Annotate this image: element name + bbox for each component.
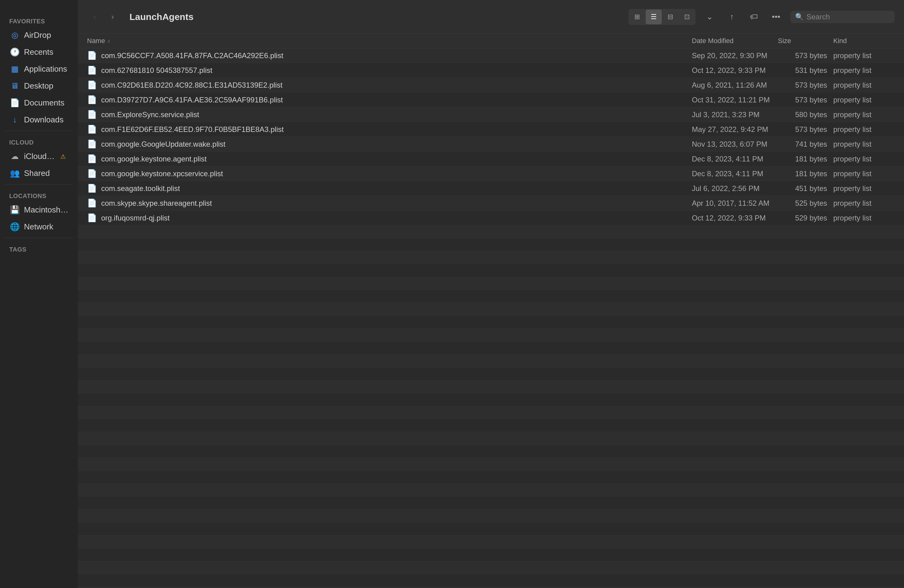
sort-icon: ∧ — [107, 38, 111, 44]
file-name: com.google.keystone.xpcservice.plist — [101, 169, 223, 178]
empty-row — [78, 290, 904, 303]
header-kind[interactable]: Kind — [833, 37, 895, 45]
toolbar-title: LaunchAgents — [130, 12, 193, 22]
table-row[interactable]: 📄 com.D39727D7.A9C6.41FA.AE36.2C59AAF991… — [78, 93, 904, 107]
empty-row — [78, 523, 904, 536]
sidebar-item-recents-label: Recents — [24, 47, 53, 57]
empty-row — [78, 510, 904, 523]
file-size: 741 bytes — [778, 140, 833, 149]
forward-button[interactable]: › — [105, 9, 120, 25]
view-list-button[interactable]: ☰ — [646, 9, 662, 24]
file-size: 573 bytes — [778, 81, 833, 90]
sidebar: Favorites ◎ AirDrop 🕐 Recents ▦ Applicat… — [0, 0, 78, 588]
file-kind: property list — [833, 51, 895, 60]
file-name-cell: 📄 com.google.keystone.agent.plist — [87, 154, 692, 164]
sidebar-item-network[interactable]: 🌐 Network — [2, 219, 75, 235]
empty-rows — [78, 225, 904, 588]
sidebar-divider-2 — [5, 184, 73, 185]
toolbar: ‹ › LaunchAgents ⊞ ☰ ⊟ ⊡ ⌄ — [78, 0, 904, 34]
table-row[interactable]: 📄 com.627681810 5045387557.plist Oct 12,… — [78, 63, 904, 78]
share-button[interactable]: ↑ — [724, 9, 740, 25]
sidebar-item-downloads[interactable]: ↓ Downloads — [2, 112, 75, 128]
empty-row — [78, 548, 904, 561]
empty-row — [78, 432, 904, 445]
more-actions-button[interactable]: ••• — [768, 9, 784, 25]
file-icon: 📄 — [87, 95, 97, 104]
header-size[interactable]: Size — [778, 37, 833, 45]
column-view-icon: ⊟ — [667, 13, 673, 21]
file-date: Dec 8, 2023, 4:11 PM — [692, 169, 778, 178]
shared-icon: 👥 — [10, 169, 20, 178]
empty-row — [78, 394, 904, 406]
share-icon: ↑ — [730, 12, 734, 22]
sidebar-item-icloud[interactable]: ☁ iCloud… ⚠ — [2, 148, 75, 164]
sidebar-item-desktop[interactable]: 🖥 Desktop — [2, 78, 75, 94]
file-size: 529 bytes — [778, 214, 833, 222]
airdrop-icon: ◎ — [10, 30, 20, 40]
table-row[interactable]: 📄 com.google.keystone.agent.plist Dec 8,… — [78, 152, 904, 166]
file-name: com.C92D61E8.D220.4C92.88C1.E31AD53139E2… — [101, 81, 283, 90]
file-name-cell: 📄 com.D39727D7.A9C6.41FA.AE36.2C59AAF991… — [87, 95, 692, 104]
table-row[interactable]: 📄 com.C92D61E8.D220.4C92.88C1.E31AD53139… — [78, 78, 904, 93]
table-row[interactable]: 📄 com.skype.skype.shareagent.plist Apr 1… — [78, 196, 904, 211]
file-date: Nov 13, 2023, 6:07 PM — [692, 140, 778, 149]
file-kind: property list — [833, 111, 895, 119]
search-input[interactable] — [806, 13, 890, 21]
sidebar-item-applications[interactable]: ▦ Applications — [2, 61, 75, 77]
empty-row — [78, 471, 904, 484]
file-kind: property list — [833, 66, 895, 75]
empty-row — [78, 225, 904, 238]
tag-icon: 🏷 — [750, 12, 758, 22]
file-kind: property list — [833, 96, 895, 104]
empty-row — [78, 561, 904, 574]
sidebar-item-shared[interactable]: 👥 Shared — [2, 165, 75, 182]
table-row[interactable]: 📄 com.google.GoogleUpdater.wake.plist No… — [78, 137, 904, 152]
sidebar-item-recents[interactable]: 🕐 Recents — [2, 44, 75, 60]
sidebar-item-documents[interactable]: 📄 Documents — [2, 95, 75, 111]
file-name-cell: 📄 com.seagate.toolkit.plist — [87, 183, 692, 193]
header-name[interactable]: Name ∧ — [87, 37, 692, 45]
back-button[interactable]: ‹ — [87, 9, 103, 25]
sidebar-item-desktop-label: Desktop — [24, 81, 53, 91]
view-column-button[interactable]: ⊟ — [662, 9, 678, 24]
table-row[interactable]: 📄 com.F1E62D6F.EB52.4EED.9F70.F0B5BF1BE8… — [78, 122, 904, 137]
table-row[interactable]: 📄 com.9C56CCF7.A508.41FA.87FA.C2AC46A292… — [78, 48, 904, 63]
file-icon: 📄 — [87, 169, 97, 179]
sidebar-item-downloads-label: Downloads — [24, 115, 64, 125]
sidebar-item-airdrop[interactable]: ◎ AirDrop — [2, 27, 75, 43]
empty-row — [78, 277, 904, 290]
file-date: Aug 6, 2021, 11:26 AM — [692, 81, 778, 90]
file-name: com.google.GoogleUpdater.wake.plist — [101, 140, 225, 149]
file-kind: property list — [833, 155, 895, 163]
icon-view-icon: ⊞ — [634, 13, 640, 21]
icloud-warning-icon: ⚠ — [60, 153, 66, 160]
file-date: Oct 12, 2022, 9:33 PM — [692, 66, 778, 75]
table-row[interactable]: 📄 com.ExploreSync.service.plist Jul 3, 2… — [78, 107, 904, 122]
more-view-button[interactable]: ⌄ — [702, 9, 718, 25]
empty-row — [78, 303, 904, 316]
view-icon-button[interactable]: ⊞ — [629, 9, 645, 24]
sidebar-item-icloud-label: iCloud… — [24, 152, 55, 161]
table-row[interactable]: 📄 com.seagate.toolkit.plist Jul 6, 2022,… — [78, 181, 904, 196]
empty-row — [78, 406, 904, 419]
file-size: 580 bytes — [778, 111, 833, 119]
sidebar-item-applications-label: Applications — [24, 64, 67, 74]
file-name: com.seagate.toolkit.plist — [101, 184, 180, 193]
file-kind: property list — [833, 199, 895, 207]
table-row[interactable]: 📄 org.ifuqosmrd-qj.plist Oct 12, 2022, 9… — [78, 211, 904, 225]
file-kind: property list — [833, 184, 895, 193]
table-row[interactable]: 📄 com.google.keystone.xpcservice.plist D… — [78, 166, 904, 181]
empty-row — [78, 497, 904, 510]
file-icon: 📄 — [87, 125, 97, 134]
more-icon: ••• — [772, 12, 780, 22]
empty-row — [78, 368, 904, 381]
header-date[interactable]: Date Modified — [692, 37, 778, 45]
tag-button[interactable]: 🏷 — [746, 9, 762, 25]
empty-row — [78, 536, 904, 548]
file-name-cell: 📄 com.627681810 5045387557.plist — [87, 65, 692, 75]
view-gallery-button[interactable]: ⊡ — [679, 9, 695, 24]
file-kind: property list — [833, 214, 895, 222]
sidebar-item-macintosh-hd[interactable]: 💾 Macintosh… — [2, 202, 75, 218]
file-name-cell: 📄 com.google.keystone.xpcservice.plist — [87, 169, 692, 179]
file-date: Dec 8, 2023, 4:11 PM — [692, 155, 778, 163]
